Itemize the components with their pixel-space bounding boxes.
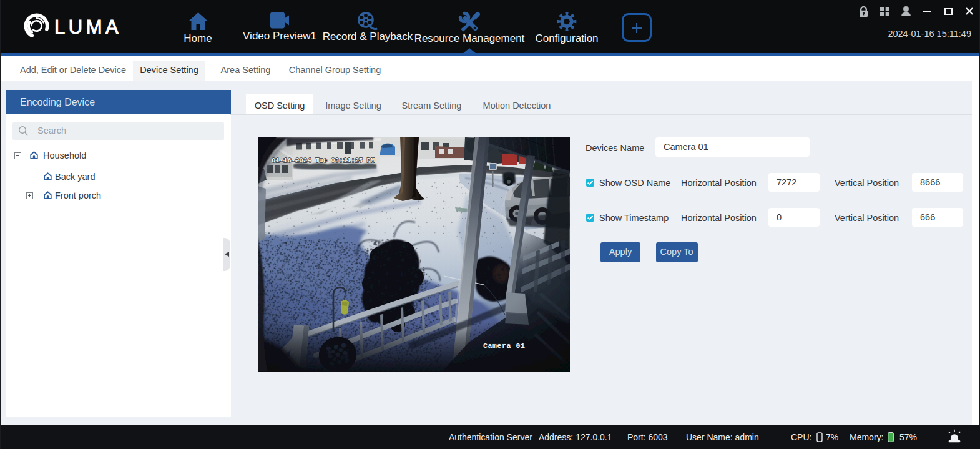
svg-text:LUMA: LUMA [54, 16, 122, 38]
svg-text:01-16-2024 Tue 03:11:25 PM: 01-16-2024 Tue 03:11:25 PM [272, 157, 375, 164]
svg-text:Camera 01: Camera 01 [483, 342, 526, 350]
